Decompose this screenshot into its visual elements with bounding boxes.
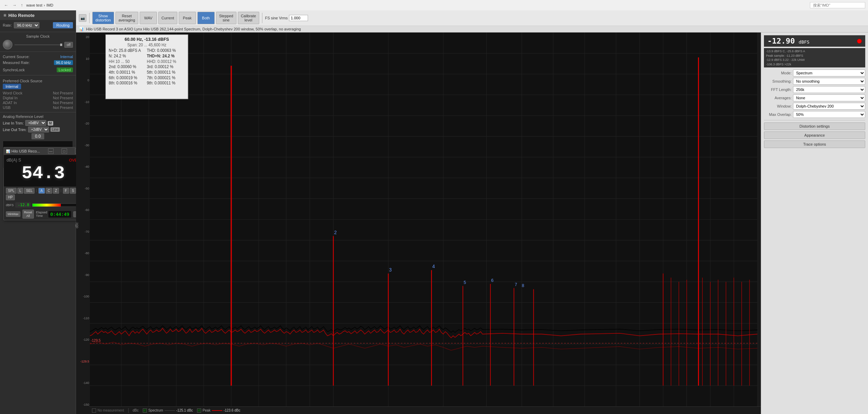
fft-length-select[interactable]: 256k	[793, 86, 865, 93]
svg-text:3rd: 0.00012 %: 3rd: 0.00012 %	[147, 64, 174, 69]
sidebar-header: ≡ Hilo Remote	[0, 10, 76, 20]
svg-text:-129.5: -129.5	[91, 338, 101, 342]
reset-all-btn[interactable]: Reset All	[22, 210, 34, 219]
reset-averaging-button[interactable]: Reset averaging	[115, 12, 138, 24]
svg-text:8: 8	[522, 283, 524, 288]
legend-peak-item: ✓ Peak -123.6 dBc	[197, 408, 240, 413]
f-btn[interactable]: F	[63, 188, 69, 194]
y-label-20: 20	[77, 35, 89, 39]
window-titlebar: 📊 Hilo USB Record 3 on ASIO Lynx Hilo US…	[76, 26, 868, 33]
off-button[interactable]: off	[64, 42, 73, 48]
distortion-settings-button[interactable]: Distortion settings	[764, 122, 865, 130]
both-button[interactable]: Both	[197, 12, 215, 24]
svg-text:7th: 0.000021 %: 7th: 0.000021 %	[147, 75, 176, 80]
sub-maximize-btn[interactable]: □	[62, 148, 67, 154]
y-label-10: 10	[77, 57, 89, 61]
c-btn[interactable]: C	[46, 188, 52, 194]
vu-number: 54.3	[7, 163, 80, 184]
calibrate-level-button[interactable]: Calibrate level	[238, 12, 259, 24]
svg-text:5: 5	[464, 279, 466, 285]
trace-options-button[interactable]: Trace options	[764, 140, 865, 148]
sub-minimize-btn[interactable]: —	[48, 148, 54, 154]
window-select[interactable]: Dolph-Chebyshev 200	[793, 103, 865, 110]
path-sep: ›	[44, 3, 45, 7]
window-row: Window: Dolph-Chebyshev 200	[764, 103, 865, 110]
spectrum-checkbox[interactable]: ✓	[143, 408, 147, 413]
sel-btn[interactable]: SEL	[24, 188, 35, 194]
legend-no-measurement: No measurement	[92, 408, 124, 413]
sample-clock-title: Sample Clock	[3, 34, 73, 38]
measured-rate-value: 96.0 kHz	[54, 60, 73, 65]
clock-info-section: Current Source: Internal Measured Rate: …	[0, 52, 76, 75]
y-label--30: -30	[77, 144, 89, 147]
rate-section: Rate: 96.0 kHz Routing	[0, 20, 76, 32]
search-box[interactable]	[810, 2, 865, 8]
line-out-select[interactable]: +2dBV	[28, 127, 49, 132]
appearance-button[interactable]: Appearance	[764, 131, 865, 139]
show-distortion-button[interactable]: Show distortion	[92, 12, 114, 24]
sub-window-title: Hilo USB Reco...	[11, 149, 40, 153]
routing-button[interactable]: Routing	[53, 22, 73, 28]
panel-divider	[764, 120, 865, 120]
sidebar-title: Hilo Remote	[8, 13, 35, 18]
y-label--120: -120	[77, 338, 89, 341]
l-btn[interactable]: L	[17, 188, 24, 194]
level-unit: dBFS	[799, 39, 809, 45]
smoothing-select[interactable]: No smoothing	[793, 78, 865, 85]
no-measurement-label: No measurement	[97, 408, 124, 412]
hp-btn[interactable]: HP	[6, 194, 15, 200]
internal-clock-option[interactable]: Internal	[3, 84, 21, 89]
stepped-sine-button[interactable]: Stepped sine	[216, 12, 236, 24]
search-input[interactable]	[813, 3, 862, 7]
back-btn[interactable]: ←	[3, 2, 10, 8]
up-btn[interactable]: ↑	[19, 2, 24, 8]
spectrum-legend-label: Spectrum	[148, 408, 163, 412]
smoothing-row: Smoothing: No smoothing	[764, 78, 865, 85]
svg-text:7: 7	[515, 282, 517, 287]
peak-button[interactable]: Peak	[179, 12, 196, 24]
max-overlap-select[interactable]: 50%	[793, 111, 865, 118]
line-out-label: Line Out Trim:	[3, 128, 27, 132]
mode-select[interactable]: Spectrum	[793, 70, 865, 76]
usb-status: Not Present	[53, 105, 73, 110]
fft-length-row: FFT Length: 256k	[764, 86, 865, 93]
usb-label: USB	[3, 105, 11, 110]
z-btn[interactable]: Z	[53, 188, 59, 194]
wav-button[interactable]: WAV	[140, 12, 157, 24]
fs-sine-input[interactable]	[289, 15, 308, 21]
rate-select[interactable]: 96.0 kHz	[14, 22, 39, 28]
sub-meter-bar	[32, 203, 76, 207]
path-imd[interactable]: IMD	[46, 3, 53, 7]
s-btn[interactable]: S	[70, 188, 76, 194]
line-in-select[interactable]: +0dBV	[25, 120, 46, 126]
no-measurement-checkbox[interactable]	[92, 408, 96, 413]
spl-btn[interactable]: SPL	[6, 188, 17, 194]
svg-text:2nd: 0.00060 %: 2nd: 0.00060 %	[109, 64, 136, 69]
spectrum-legend-value: -125.1 dBc	[176, 408, 193, 412]
sub-btn-row: SPL L SEL | A C Z | F S | HP	[4, 186, 83, 202]
legend-dbc-label: dBc	[133, 408, 139, 412]
chart-panel: dBc 20 10 0 -10 -20 -30 -40 -50 -60 -70 …	[76, 33, 868, 414]
clock-knob[interactable]	[3, 40, 12, 49]
y-label-0: 0	[77, 79, 89, 82]
path-wave[interactable]: wave test	[26, 3, 42, 7]
synchrolock-value: Locked	[57, 67, 73, 72]
detail-line-3: -12.9 dBFS 3.22 - 22k UNW	[766, 58, 863, 62]
a-btn[interactable]: A	[38, 188, 45, 194]
breadcrumb: wave test › IMD	[26, 3, 53, 7]
svg-text:THD+N: 24.2 %: THD+N: 24.2 %	[147, 54, 175, 58]
sub-meter-value: -12.8	[15, 202, 31, 208]
nav-buttons: ← → ↑	[3, 2, 24, 8]
peak-checkbox[interactable]: ✓	[197, 408, 201, 413]
y-label--130: -129.5	[77, 360, 89, 363]
forward-btn[interactable]: →	[11, 2, 18, 8]
averages-select[interactable]: None	[793, 94, 865, 101]
measured-rate-label: Measured Rate:	[3, 61, 30, 65]
max-overlap-row: Max Overlap: 50%	[764, 111, 865, 118]
minmax-btn[interactable]: MinMax	[6, 211, 20, 217]
line-badge: Line	[50, 127, 60, 132]
current-button[interactable]: Current	[158, 12, 177, 24]
camera-icon[interactable]: 📷	[79, 14, 86, 22]
y-label--80: -80	[77, 251, 89, 255]
sub-bottom-row: MinMax Reset All Elapsed Time 0:44:49 Ca…	[4, 208, 83, 220]
